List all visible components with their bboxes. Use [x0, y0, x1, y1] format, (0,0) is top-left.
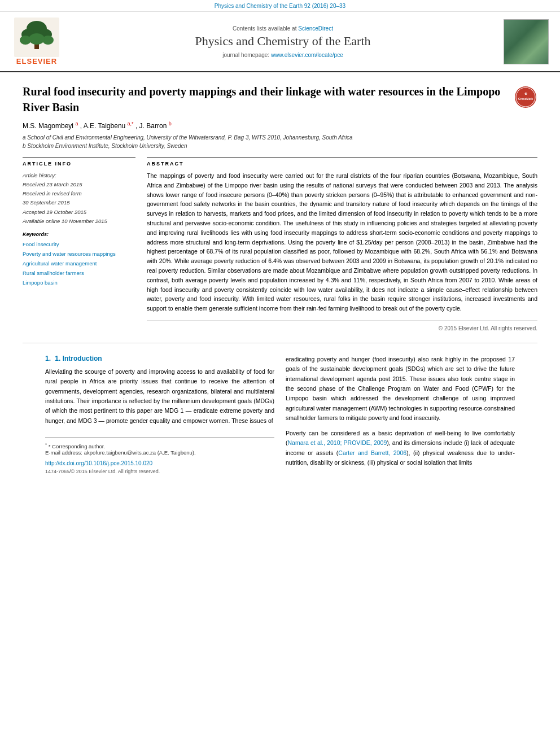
authors-line: M.S. Magombeyi a , A.E. Taigbenu a,* , J… — [23, 121, 537, 130]
journal-cover-thumbnail — [504, 19, 549, 64]
namara-ref[interactable]: Namara et al., 2010; PROVIDE, 2009 — [288, 439, 387, 446]
footnote-email-link[interactable]: akpofure.taigbenu@wits.ac.za — [84, 449, 156, 456]
body-right-para1: eradicating poverty and hunger (food ins… — [286, 355, 515, 423]
body-section: 1. 1. Introduction Alleviating the scour… — [23, 355, 537, 474]
journal-citation-bar: Physics and Chemistry of the Earth 92 (2… — [0, 0, 560, 12]
affiliation-a: a School of Civil and Environmental Engi… — [23, 133, 537, 142]
footnote-star-line: * * Corresponding author. — [45, 442, 274, 449]
affiliation-b: b Stockholm Environment Institute, Stock… — [23, 142, 537, 150]
svg-text:⊕: ⊕ — [524, 92, 527, 95]
keyword-4: Rural smallholder farmers — [23, 268, 135, 278]
keyword-5: Limpopo basin — [23, 278, 135, 287]
article-history: Article history: Received 23 March 2015 … — [23, 171, 135, 226]
journal-header: ELSEVIER Contents lists available at Sci… — [0, 12, 560, 72]
info-abstract-section: ARTICLE INFO Article history: Received 2… — [23, 157, 537, 331]
article-content: Rural food insecurity and poverty mappin… — [0, 72, 560, 486]
keywords-list: Food insecurity Poverty and water resour… — [23, 239, 135, 287]
sciencedirect-link[interactable]: ScienceDirect — [298, 25, 333, 32]
svg-text:CrossMark: CrossMark — [518, 97, 533, 101]
journal-center-info: Contents lists available at ScienceDirec… — [68, 25, 498, 58]
copyright-line: © 2015 Elsevier Ltd. All rights reserved… — [147, 320, 537, 331]
body-left-para1: Alleviating the scourge of poverty and i… — [45, 367, 274, 426]
abstract-label: ABSTRACT — [147, 161, 537, 167]
elsevier-logo: ELSEVIER — [11, 18, 62, 65]
keywords-section: Keywords: Food insecurity Poverty and wa… — [23, 231, 135, 287]
homepage-line: journal homepage: www.elsevier.com/locat… — [68, 52, 498, 58]
body-right-col: eradicating poverty and hunger (food ins… — [286, 355, 515, 474]
section-divider — [23, 343, 537, 343]
article-info-col: ARTICLE INFO Article history: Received 2… — [23, 157, 135, 331]
elsevier-tree-icon — [14, 18, 59, 57]
abstract-text: The mappings of poverty and food insecur… — [147, 171, 537, 313]
bottom-meta: 1474-7065/© 2015 Elsevier Ltd. All right… — [45, 469, 274, 474]
body-right-para2: Poverty can be considered as a basic dep… — [286, 429, 515, 468]
footnote-email-line: E-mail address: akpofure.taigbenu@wits.a… — [45, 449, 274, 456]
journal-citation-link[interactable]: Physics and Chemistry of the Earth 92 (2… — [215, 3, 345, 9]
body-left-col: 1. 1. Introduction Alleviating the scour… — [45, 355, 274, 474]
doi-link[interactable]: http://dx.doi.org/10.1016/j.pce.2015.10.… — [45, 460, 274, 466]
crossmark-badge[interactable]: ⊕ CrossMark — [515, 86, 537, 109]
keywords-label: Keywords: — [23, 231, 135, 237]
article-info-label: ARTICLE INFO — [23, 161, 135, 167]
contents-line: Contents lists available at ScienceDirec… — [68, 25, 498, 32]
svg-point-7 — [29, 33, 45, 45]
article-title: Rural food insecurity and poverty mappin… — [23, 84, 537, 115]
footnote-area: * * Corresponding author. E-mail address… — [45, 437, 274, 474]
elsevier-wordmark: ELSEVIER — [16, 57, 57, 65]
affiliations: a School of Civil and Environmental Engi… — [23, 133, 537, 150]
crossmark-icon: ⊕ CrossMark — [515, 86, 536, 108]
homepage-url[interactable]: www.elsevier.com/locate/pce — [271, 52, 343, 58]
keyword-3: Agricultural water management — [23, 259, 135, 268]
section1-heading: 1. 1. Introduction — [45, 355, 274, 362]
carter-ref[interactable]: Carter and Barrett, 2006 — [338, 449, 406, 456]
keyword-2: Poverty and water resources mappings — [23, 249, 135, 259]
journal-title: Physics and Chemistry of the Earth — [68, 34, 498, 49]
keyword-1: Food insecurity — [23, 239, 135, 249]
abstract-col: ABSTRACT The mappings of poverty and foo… — [147, 157, 537, 331]
